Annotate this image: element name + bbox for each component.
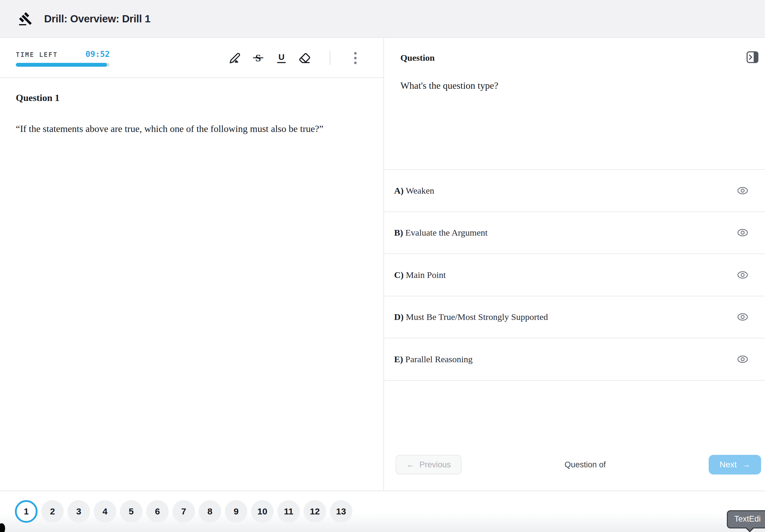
- highlighter-pen-button[interactable]: [228, 51, 242, 66]
- drill-prompt-text: What's the question type?: [400, 80, 498, 91]
- passage-panel: TIME LEFT 09:52 S: [0, 38, 384, 491]
- previous-button[interactable]: ← Previous: [395, 455, 461, 474]
- svg-text:U: U: [279, 52, 285, 62]
- answer-option-b[interactable]: B) Evaluate the Argument: [384, 211, 765, 254]
- right-arrow-icon: →: [742, 460, 750, 469]
- next-button[interactable]: Next →: [709, 455, 761, 474]
- question-pill-8[interactable]: 8: [199, 500, 221, 523]
- option-letter: C): [394, 270, 404, 280]
- answer-option-c[interactable]: C) Main Point: [384, 253, 765, 296]
- question-pill-4[interactable]: 4: [94, 500, 116, 523]
- underline-icon: U: [276, 52, 288, 65]
- highlighter-pen-icon: [229, 52, 241, 64]
- question-pill-9[interactable]: 9: [225, 500, 248, 523]
- option-label: Evaluate the Argument: [405, 228, 488, 237]
- option-label: Must Be True/Most Strongly Supported: [406, 312, 548, 322]
- dock-tooltip-text: TextEdi: [727, 510, 765, 528]
- reveal-option-e-button[interactable]: [735, 353, 750, 365]
- question-pill-12[interactable]: 12: [304, 500, 326, 523]
- main-split: TIME LEFT 09:52 S: [0, 38, 765, 491]
- question-pill-5[interactable]: 5: [120, 500, 143, 523]
- time-left-label: TIME LEFT: [16, 51, 58, 58]
- time-progress-track: [16, 63, 110, 67]
- question-pill-7[interactable]: 7: [172, 500, 195, 523]
- question-pill-row: 1 2 3 4 5 6 7 8 9 10 11 12 13: [15, 500, 353, 523]
- annotation-toolbar: S U: [228, 51, 362, 66]
- option-letter: B): [394, 228, 403, 237]
- toolbar-divider: [330, 51, 330, 65]
- dock-tooltip: TextEdi: [727, 510, 765, 528]
- answer-options-list: A) Weaken B) Evaluate the Argument C) Ma…: [384, 169, 765, 381]
- eye-icon: [736, 270, 749, 280]
- option-label: Parallel Reasoning: [405, 354, 473, 364]
- option-label: Weaken: [406, 185, 434, 195]
- eye-icon: [736, 186, 749, 195]
- question-number-bar: 1 2 3 4 5 6 7 8 9 10 11 12 13 TextEdi: [0, 491, 765, 532]
- question-pill-11[interactable]: 11: [277, 500, 300, 523]
- question-pill-2[interactable]: 2: [41, 500, 64, 523]
- eraser-icon: [299, 52, 311, 64]
- question-pill-10[interactable]: 10: [251, 500, 274, 523]
- eye-icon: [736, 355, 749, 364]
- eye-icon: [736, 312, 749, 322]
- question-counter: Question of: [565, 460, 606, 469]
- next-label: Next: [719, 460, 737, 469]
- answer-option-d[interactable]: D) Must Be True/Most Strongly Supported: [384, 296, 765, 338]
- question-pill-3[interactable]: 3: [67, 500, 90, 523]
- reveal-option-d-button[interactable]: [735, 311, 750, 323]
- strikethrough-button[interactable]: S: [252, 51, 265, 66]
- collapse-panel-right-icon: [746, 50, 759, 64]
- answer-option-e[interactable]: E) Parallel Reasoning: [384, 338, 765, 380]
- answer-option-a[interactable]: A) Weaken: [384, 169, 765, 211]
- question-pill-1[interactable]: 1: [15, 500, 38, 523]
- kebab-menu-icon: [354, 51, 357, 65]
- reveal-option-c-button[interactable]: [735, 269, 750, 281]
- question-number-heading: Question 1: [16, 92, 368, 103]
- dock-icon-edge: [0, 522, 7, 532]
- time-progress-fill: [16, 63, 107, 67]
- app-header: Drill: Overview: Drill 1: [0, 0, 765, 38]
- option-letter: A): [394, 185, 404, 195]
- reveal-option-a-button[interactable]: [735, 185, 750, 197]
- dock-tooltip-pointer: [745, 528, 754, 532]
- time-left-value: 09:52: [86, 50, 110, 59]
- page-title: Drill: Overview: Drill 1: [44, 13, 151, 25]
- previous-label: Previous: [419, 460, 451, 469]
- eraser-button[interactable]: [298, 51, 311, 66]
- strikethrough-icon: S: [252, 52, 264, 65]
- question-pill-6[interactable]: 6: [146, 500, 169, 523]
- question-panel: Question What's the question type? A) We…: [384, 38, 765, 491]
- underline-button[interactable]: U: [275, 51, 288, 66]
- question-panel-title: Question: [400, 50, 435, 63]
- eye-icon: [736, 228, 749, 237]
- gavel-icon: [18, 12, 33, 26]
- question-stem-text: “If the statements above are true, which…: [16, 118, 375, 139]
- timer: TIME LEFT 09:52: [16, 50, 110, 67]
- option-letter: E): [394, 354, 403, 364]
- option-label: Main Point: [406, 270, 446, 280]
- question-nav-footer: ← Previous Question of Next →: [395, 455, 761, 474]
- option-letter: D): [394, 312, 404, 322]
- left-toolbar-row: TIME LEFT 09:52 S: [0, 38, 383, 78]
- collapse-panel-button[interactable]: [746, 50, 759, 64]
- more-options-button[interactable]: [349, 51, 362, 66]
- left-arrow-icon: ←: [406, 460, 415, 469]
- reveal-option-b-button[interactable]: [735, 227, 750, 239]
- question-pill-13[interactable]: 13: [330, 500, 353, 523]
- passage-content: Question 1 “If the statements above are …: [0, 78, 383, 139]
